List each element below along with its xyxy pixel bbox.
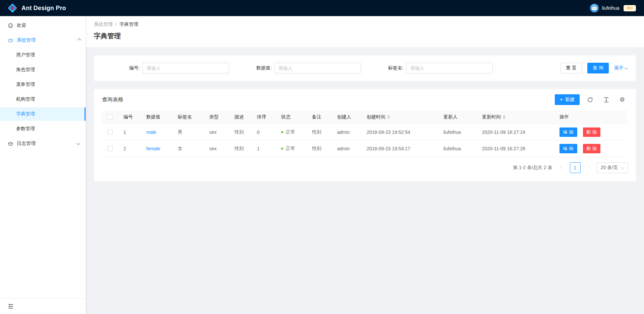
reset-button[interactable]: 重 置 — [560, 63, 582, 73]
cell-desc: 性别 — [229, 124, 252, 140]
page-number-1[interactable]: 1 — [570, 162, 581, 173]
ant-design-logo-icon — [7, 3, 17, 13]
chevron-up-icon — [77, 39, 80, 42]
table-toolbar: 查询表格 + 新建 — [94, 89, 636, 110]
table-header-row: 编号 数据值 标签名 类型 描述 排序 状态 备注 创建人 创建时间 — [102, 110, 627, 124]
status-dot-icon — [281, 131, 283, 133]
sidebar-item-dicts[interactable]: 字典管理 — [0, 107, 86, 121]
chevron-down-icon — [625, 66, 628, 69]
sidebar-item-roles[interactable]: 角色管理 — [0, 63, 86, 76]
col-sort: 排序 — [252, 110, 276, 124]
delete-button[interactable]: 删 除 — [583, 144, 601, 153]
sidebar-item-label: 参数管理 — [16, 126, 35, 132]
edit-button[interactable]: 编 辑 — [559, 127, 577, 137]
sidebar-collapse-trigger[interactable] — [0, 298, 86, 314]
dictionary-table: 编号 数据值 标签名 类型 描述 排序 状态 备注 创建人 创建时间 — [102, 110, 627, 157]
col-actions: 操作 — [554, 110, 627, 124]
new-button[interactable]: + 新建 — [555, 94, 580, 105]
breadcrumb-separator: / — [115, 22, 117, 27]
menu-fold-icon — [8, 304, 13, 309]
value-input[interactable] — [274, 63, 361, 73]
search-field-value: 数据值: — [234, 63, 366, 73]
reload-icon[interactable] — [584, 94, 596, 105]
sidebar-item-label: 字典管理 — [16, 111, 35, 117]
col-status: 状态 — [276, 110, 307, 124]
col-creator: 创建人 — [332, 110, 361, 124]
table-row: 1 male 男 sex 性别 0 正常 性别 admin 2018-09-23… — [102, 124, 627, 140]
sidebar-item-users[interactable]: 用户管理 — [0, 48, 86, 62]
logo[interactable]: Ant Design Pro — [7, 3, 66, 13]
sidebar-item-label: 用户管理 — [16, 52, 35, 58]
cell-type: sex — [204, 140, 229, 157]
cell-id: 1 — [118, 124, 141, 140]
row-checkbox[interactable] — [107, 129, 113, 135]
edit-button[interactable]: 编 辑 — [559, 144, 577, 153]
col-updater: 更新人 — [438, 110, 477, 124]
new-button-label: 新建 — [565, 97, 575, 103]
cell-tag: 男 — [172, 124, 204, 140]
crown-icon — [8, 38, 13, 43]
select-all-checkbox[interactable] — [107, 114, 113, 120]
row-checkbox[interactable] — [107, 146, 113, 151]
cell-value-link[interactable]: male — [146, 129, 156, 135]
query-button[interactable]: 查 询 — [587, 63, 609, 73]
sorter-icon — [387, 115, 390, 119]
tag-input[interactable] — [406, 63, 493, 73]
sidebar-item-orgs[interactable]: 机构管理 — [0, 93, 86, 106]
page-size-select[interactable]: 20 条/页 — [597, 162, 628, 173]
cell-sort: 1 — [252, 140, 276, 157]
col-desc: 描述 — [229, 110, 252, 124]
breadcrumb-parent[interactable]: 系统管理 — [94, 21, 113, 28]
avatar — [590, 4, 599, 12]
density-icon[interactable] — [600, 94, 612, 105]
user-menu[interactable]: liufeihua — [590, 4, 619, 12]
user-name: liufeihua — [602, 5, 619, 11]
app-title: Ant Design Pro — [21, 5, 66, 12]
delete-button[interactable]: 删 除 — [583, 127, 601, 137]
sidebar-item-welcome[interactable]: 欢迎 — [0, 19, 86, 32]
sidebar-item-label: 角色管理 — [16, 67, 35, 73]
cell-sort: 0 — [252, 124, 276, 140]
cell-updater: liufeihua — [438, 140, 477, 157]
env-badge: dev — [624, 5, 636, 11]
sidebar-item-logs[interactable]: 日志管理 — [0, 137, 86, 150]
page-size-value: 20 条/页 — [601, 165, 618, 171]
next-page-button[interactable] — [584, 162, 593, 173]
sort-update-time[interactable]: 更新时间 — [482, 114, 505, 120]
table-card: 查询表格 + 新建 — [94, 89, 636, 181]
col-remark: 备注 — [307, 110, 332, 124]
prev-page-button[interactable] — [557, 162, 567, 173]
sidebar-item-label: 系统管理 — [17, 37, 36, 43]
status-badge: 正常 — [281, 146, 295, 152]
crown-icon — [8, 141, 13, 146]
expand-label: 展开 — [614, 65, 624, 71]
sidebar-item-params[interactable]: 参数管理 — [0, 122, 86, 136]
expand-toggle[interactable]: 展开 — [614, 65, 628, 71]
id-input[interactable] — [143, 63, 229, 73]
cell-remark: 性别 — [307, 140, 332, 157]
cell-value-link[interactable]: female — [146, 146, 160, 151]
search-field-id: 编号: — [102, 63, 234, 73]
sorter-icon — [503, 115, 505, 119]
page-title: 字典管理 — [94, 32, 636, 41]
status-dot-icon — [281, 148, 283, 150]
table-row: 2 female 女 sex 性别 1 正常 性别 admin 2018-09-… — [102, 140, 627, 157]
field-label: 编号: — [129, 65, 140, 71]
field-label: 标签名: — [388, 65, 404, 71]
chevron-down-icon — [621, 166, 624, 169]
sort-create-time[interactable]: 创建时间 — [367, 114, 390, 120]
cell-updater: liufeihua — [438, 124, 477, 140]
cell-update-time: 2020-11-09 16:27:26 — [477, 140, 554, 157]
col-value: 数据值 — [141, 110, 172, 124]
sidebar: 欢迎 系统管理 用户管理 角色管理 菜单管理 — [0, 16, 86, 314]
sidebar-item-system[interactable]: 系统管理 — [0, 34, 86, 47]
action-divider — [580, 130, 580, 135]
sidebar-item-menus[interactable]: 菜单管理 — [0, 78, 86, 91]
field-label: 数据值: — [256, 65, 272, 71]
chevron-down-icon — [77, 142, 80, 145]
cell-remark: 性别 — [307, 124, 332, 140]
plus-icon: + — [560, 97, 563, 102]
app-header: Ant Design Pro liufeihua dev — [0, 0, 644, 16]
cell-id: 2 — [118, 140, 141, 157]
settings-gear-icon[interactable]: ⚙ — [616, 94, 628, 105]
